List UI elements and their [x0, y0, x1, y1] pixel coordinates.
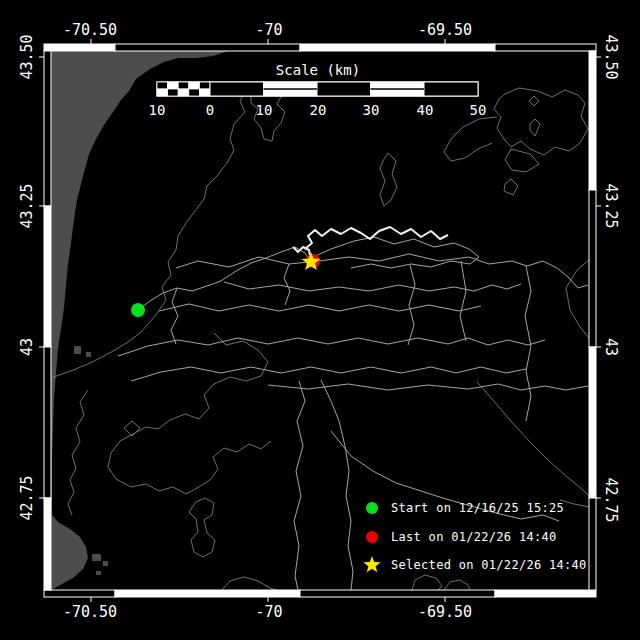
axis-label-right-lat4: 42.75: [602, 477, 620, 522]
legend-selected-label: Selected on 01/22/26 14:40: [391, 558, 587, 572]
track-south-1: [321, 380, 353, 590]
land-islet: [96, 571, 101, 575]
axis-label-top-lon2: -70: [255, 21, 282, 39]
contour-se-reach: [560, 500, 589, 507]
land-islet: [74, 346, 81, 354]
land-layer: [51, 51, 228, 590]
track-south-2: [294, 381, 305, 590]
axis-label-top-lon3: -69.50: [418, 21, 472, 39]
axis-label-top-lon1: -70.50: [63, 21, 117, 39]
island-ne-arm: [444, 117, 497, 161]
legend-start-label: Start on 12/16/25 15:25: [391, 501, 564, 515]
land-islet: [103, 561, 108, 566]
contour-right-edge: [566, 260, 589, 338]
legend-marker-layer: [363, 502, 380, 572]
scale-label-50: 50: [470, 102, 487, 118]
scale-bar: [157, 82, 478, 96]
island-ne-main: [494, 88, 588, 155]
track-long-east: [268, 384, 588, 390]
legend-last-label: Last on 01/22/26 14:40: [391, 530, 557, 544]
contour-se-diag: [477, 382, 589, 496]
bank-sw-outline: [108, 333, 271, 494]
axis-label-left-lat4: 42.75: [18, 475, 36, 520]
island-hole-1: [529, 96, 539, 106]
track-band-1: [176, 254, 557, 268]
contour-bottom-3: [444, 580, 470, 590]
axis-label-bottom-lon1: -70.50: [63, 603, 117, 621]
track-band-4: [118, 338, 545, 356]
scale-label-40: 40: [417, 102, 434, 118]
land-islet: [86, 352, 91, 357]
axis-label-right-lat1: 43.50: [602, 34, 620, 79]
track-band-5: [131, 367, 526, 381]
track-conn-5: [408, 265, 415, 345]
scale-label-30: 30: [363, 102, 380, 118]
track-loop-upper: [311, 237, 479, 268]
scale-label-10l: 10: [149, 102, 166, 118]
scale-label-10: 10: [256, 102, 273, 118]
marker-layer: [131, 252, 321, 317]
track-conn-3: [171, 288, 178, 344]
legend-start-dot: [366, 502, 378, 514]
legend-selected-star: [363, 556, 380, 572]
islet-small: [504, 179, 518, 195]
axis-label-left-lat1: 43.50: [18, 34, 36, 79]
axis-label-bottom-lon3: -69.50: [418, 603, 472, 621]
scale-label-20: 20: [310, 102, 327, 118]
axis-label-left-lat3: 43: [18, 338, 36, 356]
map-screen: -70.50 -70 -69.50 -70.50 -70 -69.50 43.5…: [0, 0, 640, 640]
contour-bottom-2: [412, 575, 442, 590]
map-canvas[interactable]: [0, 0, 640, 640]
land-islet: [92, 554, 101, 561]
track-band-2: [224, 282, 521, 291]
scale-bar-title: Scale (km): [276, 62, 360, 78]
axis-label-right-lat2: 43.25: [602, 183, 620, 228]
scale-label-0: 0: [206, 102, 214, 118]
bone-shape: [189, 498, 215, 557]
start-marker: [131, 303, 145, 317]
land-polygon: [51, 51, 228, 590]
track-conn-1: [460, 261, 466, 341]
track-conn-2: [525, 266, 531, 421]
track-conn-4: [284, 264, 290, 305]
track-band-3: [159, 304, 481, 311]
island-ne-low: [505, 149, 539, 172]
bank-sw-diamond: [124, 421, 140, 436]
island-mid: [380, 153, 397, 206]
island-hole-2: [530, 119, 540, 136]
track-start-leg: [138, 247, 311, 310]
axis-label-left-lat2: 43.25: [18, 183, 36, 228]
legend-last-dot: [366, 531, 378, 543]
axis-label-bottom-lon2: -70: [255, 603, 282, 621]
bank-sw-west: [68, 390, 88, 515]
axis-label-right-lat3: 43: [602, 338, 620, 356]
contour-bottom-1: [222, 577, 276, 590]
